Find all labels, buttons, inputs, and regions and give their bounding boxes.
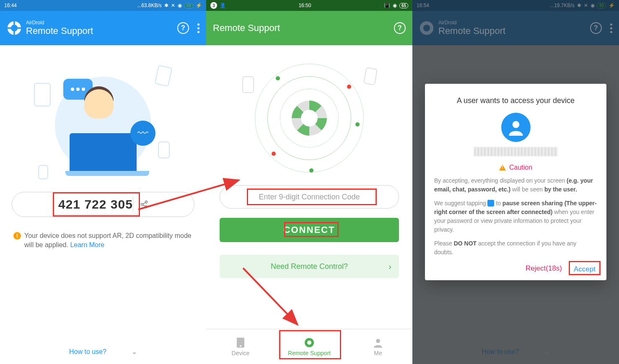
- warning-text: Your device does not support AR, 2D comp…: [24, 232, 192, 248]
- dialog-title: A user wants to access your device: [434, 96, 597, 105]
- svg-point-8: [145, 206, 148, 208]
- svg-line-9: [143, 202, 145, 204]
- svg-rect-4: [7, 27, 11, 29]
- battery-badge: 65: [399, 3, 408, 8]
- status-bar: 16:44 ...63.8KB/s ✱ ✕ ◉ 89 ⚡: [0, 0, 206, 11]
- warning-icon: !: [13, 232, 21, 240]
- help-icon[interactable]: ?: [394, 22, 406, 34]
- dialog-body: By accepting, everything displayed on yo…: [434, 176, 597, 257]
- app-header: AirDroid Remote Support ?: [0, 11, 206, 45]
- person-icon: 👤: [220, 3, 226, 8]
- app-subtitle: AirDroid: [26, 20, 177, 26]
- svg-point-15: [240, 345, 241, 347]
- connect-label: CONNECT: [284, 225, 335, 235]
- app-title: Remote Support: [26, 26, 177, 36]
- caution-heading: Caution: [434, 164, 597, 171]
- reject-button[interactable]: Reject(18s): [526, 264, 562, 274]
- dnd-icon: ✕: [171, 3, 175, 8]
- orbit-illustration: [255, 64, 364, 173]
- app-title: Remote Support: [213, 23, 394, 34]
- svg-rect-2: [13, 21, 15, 25]
- input-placeholder: Enter 9-digit Connection Code: [259, 193, 360, 201]
- status-net: ...63.8KB/s: [137, 3, 162, 8]
- svg-line-10: [143, 205, 145, 206]
- access-request-dialog: A user wants to access your device Cauti…: [425, 84, 606, 280]
- svg-point-7: [141, 204, 143, 206]
- pause-inline-icon: [487, 200, 494, 207]
- support-illustration: 〰: [38, 66, 168, 183]
- bottom-navigation: Device Remote Support Me: [206, 329, 412, 364]
- svg-point-22: [512, 121, 519, 128]
- notif-count: 3: [210, 2, 217, 9]
- modal-overlay: A user wants to access your device Cauti…: [412, 0, 619, 364]
- svg-point-17: [307, 341, 311, 345]
- lifebuoy-icon: [288, 97, 330, 139]
- share-icon: [140, 200, 148, 209]
- lifebuoy-logo: [7, 21, 22, 36]
- need-remote-label: Need Remote Control?: [271, 262, 348, 271]
- svg-rect-5: [17, 27, 22, 29]
- nav-me[interactable]: Me: [344, 329, 412, 364]
- charge-icon: ⚡: [196, 3, 202, 8]
- requester-name-redacted: [474, 147, 558, 156]
- status-time: 16:44: [4, 3, 17, 8]
- svg-rect-3: [13, 31, 15, 36]
- overflow-menu-icon[interactable]: [197, 23, 199, 33]
- status-right: ...63.8KB/s ✱ ✕ ◉ 89 ⚡: [137, 3, 202, 8]
- vibrate-icon: 📳: [384, 3, 390, 8]
- bluetooth-icon: ✱: [164, 3, 168, 8]
- chevron-right-icon: ›: [388, 262, 391, 271]
- ar-warning: ! Your device does not support AR, 2D co…: [12, 231, 194, 250]
- connection-code: 421 722 305: [58, 197, 133, 212]
- svg-point-6: [145, 201, 148, 203]
- learn-more-link[interactable]: Learn More: [70, 241, 104, 248]
- status-time: 16:50: [298, 3, 311, 8]
- svg-point-1: [11, 25, 18, 31]
- device-icon: [235, 337, 246, 348]
- share-button[interactable]: [133, 196, 155, 213]
- phone-screen-2: 3 👤 16:50 📳 ◉ 65 Remote Support ?: [206, 0, 412, 364]
- connect-button[interactable]: CONNECT: [220, 218, 399, 242]
- nav-remote-support[interactable]: Remote Support: [275, 329, 344, 364]
- caution-triangle-icon: [499, 165, 506, 170]
- need-remote-link[interactable]: Need Remote Control? ›: [220, 255, 399, 278]
- connection-code-input[interactable]: Enter 9-digit Connection Code: [220, 185, 399, 209]
- help-icon[interactable]: ?: [177, 22, 189, 34]
- heartbeat-badge-icon: 〰: [130, 121, 155, 146]
- phone-screen-1: 16:44 ...63.8KB/s ✱ ✕ ◉ 89 ⚡ AirDroid Re…: [0, 0, 206, 364]
- status-bar: 3 👤 16:50 📳 ◉ 65: [206, 0, 412, 11]
- me-icon: [373, 337, 383, 348]
- svg-point-18: [376, 339, 380, 343]
- lifebuoy-nav-icon: [304, 337, 315, 348]
- battery-badge: 89: [184, 3, 193, 8]
- user-avatar-icon: [501, 113, 531, 142]
- wifi-icon: ◉: [393, 3, 397, 8]
- accept-button[interactable]: Accept: [572, 264, 597, 274]
- wifi-icon: ◉: [178, 3, 182, 8]
- nav-device[interactable]: Device: [206, 329, 275, 364]
- how-to-use-link[interactable]: How to use?⌄: [0, 348, 206, 356]
- connection-code-row: 421 722 305: [12, 192, 194, 217]
- app-header: Remote Support ?: [206, 11, 412, 45]
- phone-screen-3: 16:54 ...19.7KB/s ✱ ✕ ◉ 89 ⚡ AirDroid Re…: [412, 0, 619, 364]
- chevron-down-icon: ⌄: [132, 348, 137, 355]
